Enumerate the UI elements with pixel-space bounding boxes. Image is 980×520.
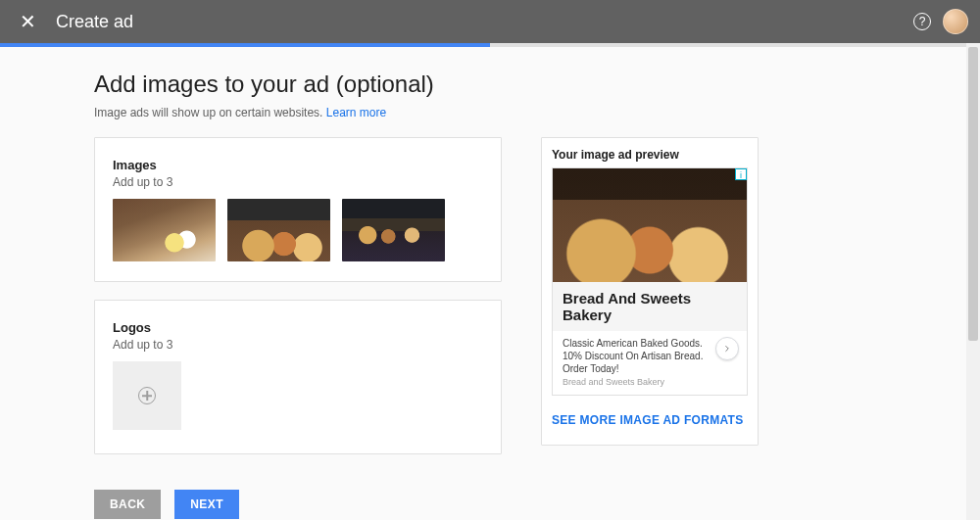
back-button[interactable]: BACK bbox=[94, 490, 161, 519]
logos-heading: Logos bbox=[113, 320, 483, 335]
images-sub: Add up to 3 bbox=[113, 175, 483, 189]
see-more-formats-link[interactable]: SEE MORE IMAGE AD FORMATS bbox=[552, 413, 748, 427]
logos-card: Logos Add up to 3 bbox=[94, 300, 502, 454]
adchoices-icon[interactable]: i bbox=[735, 168, 747, 180]
plus-icon bbox=[138, 387, 156, 404]
progress-bar bbox=[0, 43, 980, 47]
preview-card: Your image ad preview i Bread And Sweets… bbox=[541, 137, 759, 446]
image-thumbnail[interactable] bbox=[227, 199, 330, 261]
ad-preview-next-button[interactable] bbox=[715, 337, 739, 360]
preview-heading: Your image ad preview bbox=[552, 148, 748, 162]
page-title: Add images to your ad (optional) bbox=[94, 71, 980, 98]
ad-preview-image bbox=[553, 168, 747, 282]
scrollbar[interactable] bbox=[966, 43, 980, 520]
avatar[interactable] bbox=[943, 9, 968, 34]
images-card: Images Add up to 3 bbox=[94, 137, 502, 282]
learn-more-link[interactable]: Learn more bbox=[326, 106, 386, 119]
images-heading: Images bbox=[113, 158, 483, 172]
add-logo-button[interactable] bbox=[113, 361, 181, 430]
image-thumbnail[interactable] bbox=[113, 199, 216, 261]
ad-preview-description: Classic American Baked Goods. 10% Discou… bbox=[563, 337, 710, 375]
page-header-title: Create ad bbox=[56, 12, 133, 32]
help-icon[interactable]: ? bbox=[913, 13, 931, 30]
image-thumbnail[interactable] bbox=[342, 199, 445, 261]
close-icon[interactable]: ✕ bbox=[12, 6, 44, 37]
scrollbar-thumb[interactable] bbox=[968, 47, 978, 341]
next-button[interactable]: NEXT bbox=[174, 490, 239, 519]
logos-sub: Add up to 3 bbox=[113, 338, 483, 352]
ad-preview-brand: Bread and Sweets Bakery bbox=[563, 377, 737, 387]
ad-preview-title: Bread And Sweets Bakery bbox=[553, 282, 747, 331]
chevron-right-icon bbox=[722, 344, 732, 354]
page-subtext-text: Image ads will show up on certain websit… bbox=[94, 106, 322, 119]
progress-bar-fill bbox=[0, 43, 490, 47]
header-bar: ✕ Create ad ? bbox=[0, 0, 980, 43]
page-subtext: Image ads will show up on certain websit… bbox=[94, 106, 980, 119]
ad-preview-frame: i Bread And Sweets Bakery Classic Americ… bbox=[552, 167, 748, 396]
